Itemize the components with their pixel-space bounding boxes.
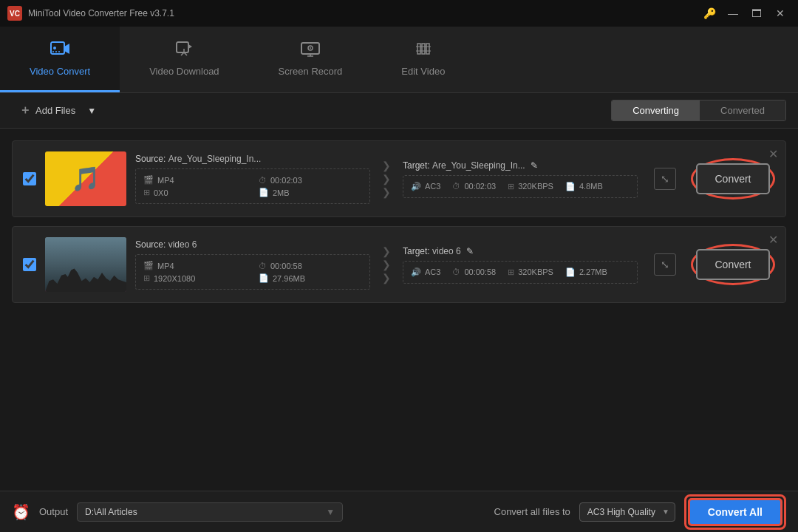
nav-edit-video[interactable]: Edit Video [372, 27, 474, 92]
file-1-source-label: Source: Are_You_Sleeping_In... [135, 154, 370, 164]
file-1-convert-wrap: Convert [691, 158, 775, 200]
clock-icon: ⏱ [259, 176, 267, 185]
file-size-icon-3: 📄 [259, 273, 269, 283]
file-1-target-name: Are_You_Sleeping_In... [432, 160, 525, 171]
nav-screen-record-label: Screen Record [279, 66, 343, 77]
file-2-target-bitrate: ⊞ 320KBPS [508, 267, 553, 277]
svg-rect-2 [177, 42, 188, 52]
tab-converting[interactable]: Converting [612, 100, 700, 120]
file-1-target-label: Target: Are_You_Sleeping_In... ✎ [403, 160, 638, 171]
file-2-source: Source: video 6 🎬 MP4 ⏱ 00:00:58 ⊞ 1920X… [135, 239, 370, 290]
file-2-thumbnail [45, 237, 126, 292]
close-button[interactable]: ✕ [770, 4, 791, 22]
file-2-close-button[interactable]: ✕ [768, 233, 778, 247]
file-1-target-settings-button[interactable]: ⤡ [654, 168, 676, 190]
output-path-selector[interactable]: D:\All Articles ▼ [77, 502, 343, 522]
title-bar: VC MiniTool Video Converter Free v3.7.1 … [0, 0, 798, 27]
minimize-button[interactable]: — [723, 4, 743, 22]
file-size-icon-2: 📄 [565, 182, 576, 191]
file-2-source-grid: 🎬 MP4 ⏱ 00:00:58 ⊞ 1920X1080 📄 27.96MB [135, 254, 370, 290]
file-2-target-grid: 🔊 AC3 ⏱ 00:00:58 ⊞ 320KBPS 📄 2.27MB [403, 261, 638, 284]
toolbar: ＋ Add Files ▼ Converting Converted [0, 93, 798, 129]
file-1-checkbox[interactable] [23, 172, 36, 185]
file-1-target-bitrate: ⊞ 320KBPS [508, 182, 553, 191]
add-files-dropdown-button[interactable]: ▼ [83, 100, 100, 121]
add-files-button[interactable]: ＋ Add Files [12, 98, 83, 123]
navbar: Video Convert Video Download Screen Reco… [0, 27, 798, 93]
file-1-source: Source: Are_You_Sleeping_In... 🎬 MP4 ⏱ 0… [135, 154, 370, 204]
titlebar-controls: 🔑 — 🗖 ✕ [699, 4, 791, 22]
file-1-target-duration: ⏱ 00:02:03 [452, 182, 496, 191]
file-1-target-format: 🔊 AC3 [411, 182, 440, 191]
nav-video-download[interactable]: Video Download [120, 27, 248, 92]
file-2-target-name: video 6 [432, 246, 461, 256]
add-icon: ＋ [19, 103, 31, 118]
output-path-text: D:\All Articles [85, 507, 137, 517]
file-card-1: ✕ 🎵 Source: Are_You_Sleeping_In... 🎬 MP4… [12, 140, 786, 217]
edit-video-icon [413, 41, 434, 61]
file-1-source-grid: 🎬 MP4 ⏱ 00:02:03 ⊞ 0X0 📄 2MB [135, 168, 370, 204]
file-size-icon-4: 📄 [565, 267, 576, 277]
svg-point-1 [53, 47, 56, 50]
nav-edit-video-label: Edit Video [401, 66, 445, 77]
file-1-target-grid: 🔊 AC3 ⏱ 00:02:03 ⊞ 320KBPS 📄 4.8MB [403, 175, 638, 198]
bitrate-icon-2: ⊞ [508, 267, 514, 277]
file-2-source-name: video 6 [168, 239, 197, 250]
output-clock-icon: ⏰ [12, 503, 30, 521]
arrows-2: ❯ ❯ ❯ [382, 245, 391, 284]
file-1-convert-button[interactable]: Convert [696, 163, 770, 194]
file-2-convert-button[interactable]: Convert [696, 249, 770, 280]
bitrate-icon: ⊞ [508, 182, 514, 191]
key-button[interactable]: 🔑 [699, 4, 720, 22]
screen-record-icon [300, 41, 321, 61]
convert-format-select[interactable]: AC3 High Quality AC3 Standard MP4 High Q… [579, 502, 675, 522]
clock-icon-3: ⏱ [259, 262, 267, 270]
convert-all-button[interactable]: Convert All [688, 498, 782, 526]
clock-icon-2: ⏱ [452, 182, 460, 191]
output-path-dropdown-icon: ▼ [326, 507, 335, 517]
file-1-source-name: Are_You_Sleeping_In... [168, 154, 262, 164]
maximize-button[interactable]: 🗖 [746, 4, 767, 22]
file-2-target-label: Target: video 6 ✎ [403, 246, 638, 256]
app-logo: VC [7, 6, 22, 21]
file-2-info: Source: video 6 🎬 MP4 ⏱ 00:00:58 ⊞ 1920X… [135, 239, 676, 290]
app-title: MiniTool Video Converter Free v3.7.1 [28, 8, 693, 18]
add-files-label: Add Files [35, 105, 75, 116]
file-1-source-format: 🎬 MP4 [143, 175, 247, 185]
nav-video-download-label: Video Download [149, 66, 219, 77]
file-size-icon: 📄 [259, 188, 269, 197]
file-1-target: Target: Are_You_Sleeping_In... ✎ 🔊 AC3 ⏱… [403, 160, 638, 198]
resolution-icon: ⊞ [143, 188, 150, 197]
file-2-target-settings-button[interactable]: ⤡ [654, 253, 676, 276]
file-1-thumbnail: 🎵 [45, 151, 126, 206]
bottom-bar: ⏰ Output D:\All Articles ▼ Convert all f… [0, 491, 798, 532]
file-1-info: Source: Are_You_Sleeping_In... 🎬 MP4 ⏱ 0… [135, 154, 676, 204]
file-2-source-size: 📄 27.96MB [259, 273, 362, 283]
file-1-source-duration: ⏱ 00:02:03 [259, 175, 362, 185]
film-icon: 🎬 [143, 175, 154, 185]
file-2-target-edit-icon[interactable]: ✎ [466, 246, 474, 256]
file-2-source-duration: ⏱ 00:00:58 [259, 261, 362, 270]
convert-all-files-label: Convert all files to [494, 506, 570, 517]
audio-icon: 🔊 [411, 182, 421, 191]
file-1-target-edit-icon[interactable]: ✎ [531, 160, 538, 171]
file-2-target-duration: ⏱ 00:00:58 [452, 267, 496, 277]
film-icon-2: 🎬 [143, 261, 154, 270]
output-label: Output [39, 506, 68, 517]
nav-screen-record[interactable]: Screen Record [249, 27, 372, 92]
nav-video-convert[interactable]: Video Convert [0, 27, 120, 92]
tab-group: Converting Converted [611, 100, 786, 121]
file-2-target-size: 📄 2.27MB [565, 267, 607, 277]
file-2-source-resolution: ⊞ 1920X1080 [143, 273, 247, 283]
video-download-icon [174, 41, 194, 61]
file-2-target-format: 🔊 AC3 [411, 267, 440, 277]
file-2-checkbox[interactable] [23, 258, 36, 271]
file-1-target-size: 📄 4.8MB [565, 182, 603, 191]
tab-converted[interactable]: Converted [700, 100, 785, 120]
svg-point-5 [310, 47, 311, 49]
file-2-source-label: Source: video 6 [135, 239, 370, 250]
audio-icon-2: 🔊 [411, 267, 421, 277]
file-1-close-button[interactable]: ✕ [768, 147, 778, 161]
file-2-convert-wrap: Convert [691, 244, 775, 285]
resolution-icon-2: ⊞ [143, 273, 150, 283]
